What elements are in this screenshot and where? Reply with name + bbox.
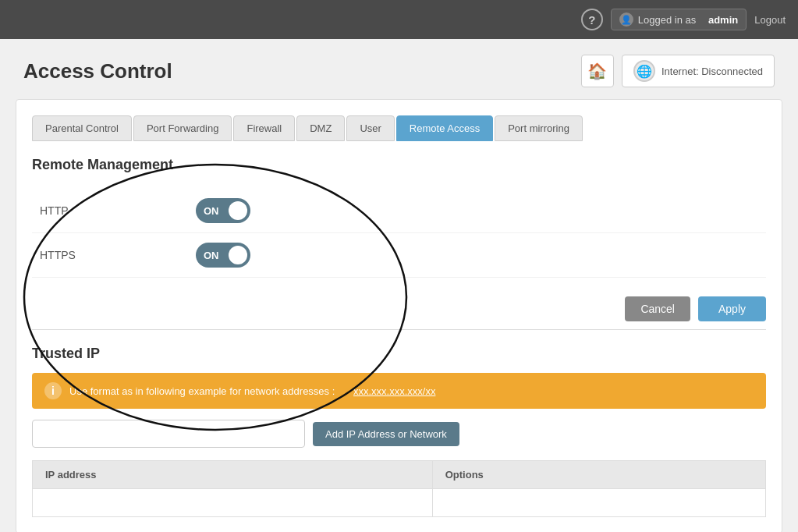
ip-input-row: Add IP Address or Network <box>32 420 766 448</box>
tab-user[interactable]: User <box>346 115 394 141</box>
trusted-ip-section: Trusted IP i Use format as in following … <box>32 346 766 517</box>
http-label: HTTP <box>40 204 196 217</box>
home-button[interactable]: 🏠 <box>581 55 614 87</box>
user-info: 👤 Logged in as admin <box>611 9 747 30</box>
table-row-empty <box>33 489 766 517</box>
cancel-button[interactable]: Cancel <box>625 296 690 321</box>
trusted-ip-title: Trusted IP <box>32 346 766 362</box>
help-button[interactable]: ? <box>581 9 603 30</box>
https-state-label: ON <box>204 250 219 261</box>
section-divider <box>32 329 766 330</box>
tab-parental-control[interactable]: Parental Control <box>32 115 132 141</box>
https-toggle-circle <box>229 246 247 264</box>
internet-status: 🌐 Internet: Disconnected <box>622 55 775 87</box>
http-row: HTTP ON <box>32 189 766 233</box>
page-title: Access Control <box>23 59 172 83</box>
https-row: HTTPS ON <box>32 233 766 278</box>
internet-label: Internet: Disconnected <box>661 66 763 77</box>
tab-remote-access[interactable]: Remote Access <box>396 115 493 141</box>
home-icon: 🏠 <box>587 62 607 80</box>
action-row: Cancel Apply <box>32 296 766 321</box>
https-label: HTTPS <box>40 249 196 261</box>
tab-port-forwarding[interactable]: Port Forwarding <box>133 115 232 141</box>
http-toggle-circle <box>229 201 247 220</box>
ip-table: IP address Options <box>32 460 766 517</box>
http-toggle[interactable]: ON <box>196 198 250 223</box>
col-options: Options <box>432 461 765 489</box>
info-text: Use format as in following example for n… <box>69 385 335 397</box>
logged-in-label: Logged in as <box>638 14 696 26</box>
info-example: xxx.xxx.xxx.xxx/xx <box>353 385 435 397</box>
user-icon: 👤 <box>619 12 633 27</box>
add-ip-button[interactable]: Add IP Address or Network <box>313 422 459 446</box>
apply-button[interactable]: Apply <box>698 296 766 321</box>
internet-icon: 🌐 <box>633 60 655 82</box>
help-icon: ? <box>588 13 595 27</box>
main-content: Parental Control Port Forwarding Firewal… <box>16 99 782 532</box>
info-banner: i Use format as in following example for… <box>32 373 766 409</box>
col-ip-address: IP address <box>33 461 433 489</box>
tab-firewall[interactable]: Firewall <box>233 115 295 141</box>
username-label: admin <box>708 14 738 26</box>
remote-management-section: Remote Management HTTP ON HTTPS ON Cance… <box>32 157 766 321</box>
ip-input[interactable] <box>32 420 305 448</box>
tabs: Parental Control Port Forwarding Firewal… <box>32 115 766 141</box>
topbar: ? 👤 Logged in as admin Logout <box>0 0 798 39</box>
logout-button[interactable]: Logout <box>754 14 786 26</box>
tab-dmz[interactable]: DMZ <box>296 115 345 141</box>
empty-cell-options <box>432 489 765 517</box>
https-toggle[interactable]: ON <box>196 243 250 268</box>
tab-port-mirroring[interactable]: Port mirroring <box>495 115 583 141</box>
http-state-label: ON <box>204 205 219 217</box>
info-icon: i <box>44 382 62 399</box>
empty-cell-ip <box>33 489 433 517</box>
page-header: Access Control 🏠 🌐 Internet: Disconnecte… <box>0 39 798 99</box>
header-actions: 🏠 🌐 Internet: Disconnected <box>581 55 775 87</box>
ip-table-body <box>33 489 766 517</box>
remote-management-title: Remote Management <box>32 157 766 173</box>
